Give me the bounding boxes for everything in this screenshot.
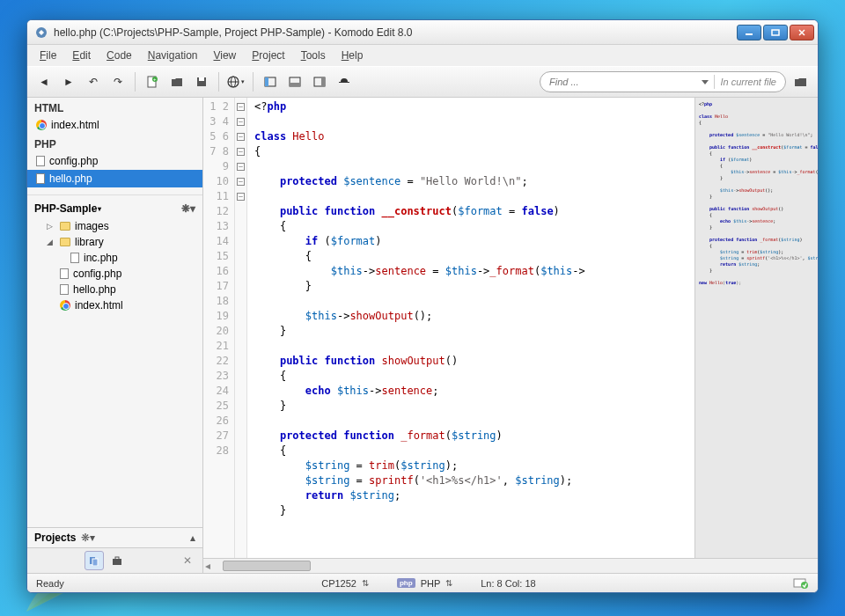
toolbar: ◄ ► ↶ ↷ + ▾ In current file [27, 66, 818, 98]
menu-file[interactable]: File [33, 47, 63, 64]
sidebar-group-html: HTML [27, 98, 202, 116]
tree-file[interactable]: index.html [27, 297, 202, 313]
editor[interactable]: 1 2 3 4 5 6 7 8 9 10 11 12 13 14 15 16 1… [203, 98, 818, 558]
open-button[interactable] [167, 72, 187, 92]
tree-label: config.php [73, 268, 121, 280]
sidebar-close-icon[interactable]: ✕ [180, 554, 195, 567]
fold-gutter[interactable]: − − − − − − − [235, 98, 247, 558]
line-gutter: 1 2 3 4 5 6 7 8 9 10 11 12 13 14 15 16 1… [203, 98, 235, 558]
tree-file[interactable]: inc.php [27, 250, 202, 266]
menu-edit[interactable]: Edit [65, 47, 98, 64]
search-dropdown-icon[interactable] [702, 80, 709, 84]
tree-label: inc.php [84, 252, 118, 264]
tree-folder[interactable]: ◢library [27, 234, 202, 250]
svg-text:+: + [153, 77, 157, 82]
menu-view[interactable]: View [206, 47, 243, 64]
cursor-position: Ln: 8 Col: 18 [481, 578, 535, 589]
encoding-field[interactable]: CP1252 ⇅ [321, 578, 369, 589]
projects-footer[interactable]: Projects ❋▾ ▴ [27, 527, 202, 547]
projects-label: Projects [34, 532, 76, 544]
project-header[interactable]: PHP-Sample▾ ❋▾ [27, 199, 202, 218]
code-area[interactable]: <?php class Hello { protected $sentence … [247, 98, 694, 558]
undo-button[interactable]: ↶ [84, 72, 103, 92]
search-box[interactable]: In current file [540, 71, 786, 92]
sync-icon[interactable] [793, 576, 809, 590]
scrollbar-thumb[interactable] [223, 561, 311, 571]
open-folder-button[interactable] [791, 72, 811, 92]
project-name: PHP-Sample [34, 202, 97, 215]
document-icon [36, 173, 45, 184]
window-title: hello.php (C:\Projects\PHP-Sample, Proje… [54, 26, 737, 39]
file-label: hello.php [49, 172, 92, 185]
sidebar-group-php: PHP [27, 134, 202, 152]
tree-label: library [75, 236, 104, 248]
svg-rect-16 [290, 83, 300, 86]
svg-rect-21 [92, 559, 98, 566]
browser-preview-button[interactable]: ▾ [226, 72, 246, 92]
panel-left-button[interactable] [261, 72, 280, 92]
open-file-item[interactable]: config.php [27, 152, 202, 170]
menubar: FileEditCodeNavigationViewProjectToolsHe… [27, 45, 818, 66]
forward-button[interactable]: ► [59, 72, 78, 92]
menu-tools[interactable]: Tools [294, 47, 333, 64]
status-text: Ready [36, 578, 64, 589]
tree-label: index.html [75, 299, 123, 312]
menu-navigation[interactable]: Navigation [141, 47, 205, 64]
tree-file[interactable]: hello.php [27, 282, 202, 297]
file-label: index.html [51, 119, 99, 131]
chrome-icon [60, 300, 70, 311]
document-icon [36, 156, 45, 166]
tree-folder[interactable]: ▷images [27, 218, 202, 234]
sidebar: HTMLindex.htmlPHPconfig.phphello.php PHP… [27, 98, 203, 573]
redo-button[interactable]: ↷ [108, 72, 128, 92]
app-icon [34, 26, 48, 40]
titlebar[interactable]: hello.php (C:\Projects\PHP-Sample, Proje… [27, 20, 818, 45]
chevron-icon[interactable]: ◢ [47, 238, 55, 246]
chevron-icon[interactable]: ▷ [47, 222, 55, 231]
panel-right-button[interactable] [310, 72, 329, 92]
tree-file[interactable]: config.php [27, 266, 202, 282]
svg-rect-9 [199, 77, 204, 81]
maximize-button[interactable] [763, 25, 788, 40]
folder-icon [60, 238, 70, 246]
menu-help[interactable]: Help [334, 47, 371, 64]
svg-rect-19 [339, 82, 349, 83]
new-file-button[interactable]: + [143, 72, 162, 92]
open-file-item[interactable]: index.html [27, 116, 202, 134]
back-button[interactable]: ◄ [34, 72, 54, 92]
save-button[interactable] [192, 72, 211, 92]
tree-label: images [75, 220, 109, 232]
collapse-icon[interactable]: ▴ [190, 532, 195, 544]
tab-toolbox-icon[interactable] [107, 551, 127, 570]
language-field[interactable]: php PHP ⇅ [397, 578, 452, 589]
menu-code[interactable]: Code [99, 47, 139, 64]
chrome-icon [36, 120, 47, 130]
svg-rect-18 [321, 77, 325, 86]
tree-label: hello.php [73, 283, 116, 296]
folder-icon [60, 222, 70, 231]
document-icon [60, 268, 69, 279]
file-label: config.php [49, 155, 98, 167]
minimize-button[interactable] [737, 25, 761, 40]
tab-files-icon[interactable] [84, 551, 104, 570]
open-file-item[interactable]: hello.php [27, 170, 202, 187]
panel-bottom-button[interactable] [285, 72, 305, 92]
statusbar: Ready CP1252 ⇅ php PHP ⇅ Ln: 8 Col: 18 [27, 573, 818, 592]
panel-hat-button[interactable] [334, 72, 354, 92]
gear-icon[interactable]: ❋▾ [181, 202, 195, 215]
horizontal-scrollbar[interactable]: ◂ [203, 558, 818, 573]
menu-project[interactable]: Project [245, 47, 291, 64]
search-input[interactable] [549, 77, 696, 87]
minimap[interactable]: <?php class Hello { protected $sentence … [694, 98, 818, 558]
app-window: hello.php (C:\Projects\PHP-Sample, Proje… [26, 19, 819, 593]
document-icon [60, 284, 69, 295]
svg-rect-14 [265, 77, 268, 86]
svg-rect-2 [772, 30, 779, 35]
gear-icon[interactable]: ❋▾ [81, 532, 95, 544]
search-scope-label[interactable]: In current file [720, 77, 776, 87]
document-icon [70, 253, 79, 263]
close-button[interactable] [790, 25, 814, 40]
svg-rect-23 [115, 557, 119, 560]
